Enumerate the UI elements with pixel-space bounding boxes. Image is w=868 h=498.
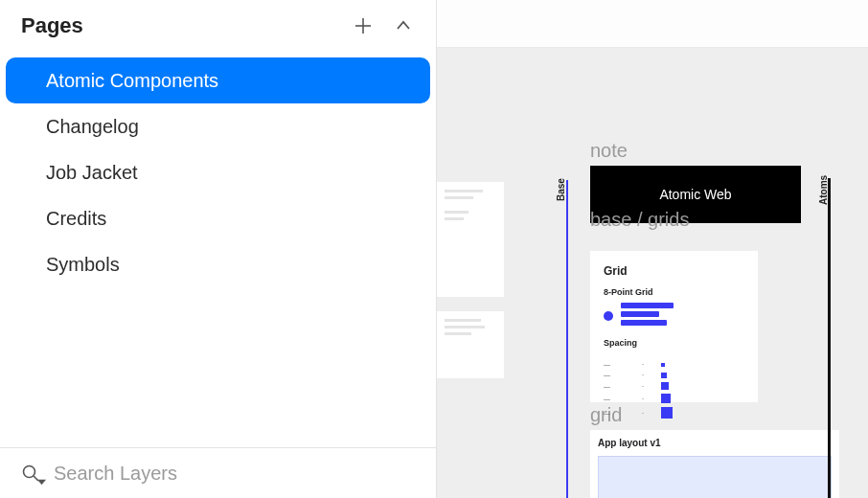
artboard-snippet[interactable] <box>437 182 504 297</box>
page-item-label: Job Jacket <box>46 162 138 184</box>
grid-card-sub2: Spacing <box>604 338 744 348</box>
page-item-label: Credits <box>46 208 106 230</box>
section-divider-label: Base <box>556 178 566 201</box>
svg-point-2 <box>24 466 35 478</box>
sidebar-spacer <box>0 289 436 447</box>
grid-dot <box>604 311 613 321</box>
note-card-text: Atomic Web <box>659 187 731 202</box>
pages-list: Atomic Components Changelog Job Jacket C… <box>0 56 436 289</box>
sidebar-header-actions <box>352 14 415 37</box>
search-layers-row <box>0 447 436 498</box>
artboard-app-layout[interactable]: App layout v1 <box>590 430 839 498</box>
page-item-credits[interactable]: Credits <box>6 195 430 241</box>
collapse-pages-button[interactable] <box>392 14 415 37</box>
page-item-job-jacket[interactable]: Job Jacket <box>6 149 430 195</box>
app-root: Pages Atomic Components Changelog Job Ja… <box>0 0 868 498</box>
plus-icon <box>353 15 374 36</box>
artboard-grid-cluster: Grid 8-Point Grid Spacing —· —· <box>590 251 839 498</box>
section-divider-base <box>566 180 568 498</box>
grid-card-heading: Grid <box>604 264 744 278</box>
add-page-button[interactable] <box>352 14 375 37</box>
app-layout-title: App layout v1 <box>598 438 832 448</box>
page-item-symbols[interactable]: Symbols <box>6 241 430 287</box>
artboard-snippet[interactable] <box>437 311 504 378</box>
section-divider-atoms <box>828 178 831 498</box>
page-item-atomic-components[interactable]: Atomic Components <box>6 57 430 103</box>
svg-marker-4 <box>37 480 46 485</box>
canvas-body[interactable]: Base note Atomic Web base / grids Grid 8… <box>437 48 868 498</box>
section-divider-label: Atoms <box>818 175 829 205</box>
app-layout-preview <box>598 456 832 498</box>
spacing-table: —· —· —· —· —· <box>604 359 744 420</box>
grid-bar <box>621 320 667 326</box>
artboard-label-base-grids[interactable]: base / grids <box>590 209 689 231</box>
canvas-ruler <box>437 0 868 48</box>
grid-bar <box>621 303 674 308</box>
canvas[interactable]: Base note Atomic Web base / grids Grid 8… <box>437 0 868 498</box>
search-layers-input[interactable] <box>54 463 417 485</box>
caret-down-icon <box>37 478 46 487</box>
page-item-label: Changelog <box>46 116 139 138</box>
page-item-label: Atomic Components <box>46 70 218 92</box>
sidebar-header: Pages <box>0 0 436 56</box>
artboard-grid[interactable]: Grid 8-Point Grid Spacing —· —· <box>590 251 758 402</box>
grid-bar <box>621 311 659 317</box>
pages-panel-title: Pages <box>21 13 83 38</box>
chevron-up-icon <box>394 16 413 35</box>
page-item-changelog[interactable]: Changelog <box>6 103 430 149</box>
artboard-label-note[interactable]: note <box>590 140 801 162</box>
grid-card-sub1: 8-Point Grid <box>604 287 744 297</box>
page-item-label: Symbols <box>46 254 120 276</box>
sidebar: Pages Atomic Components Changelog Job Ja… <box>0 0 437 498</box>
search-layers-icon-button[interactable] <box>19 462 42 485</box>
